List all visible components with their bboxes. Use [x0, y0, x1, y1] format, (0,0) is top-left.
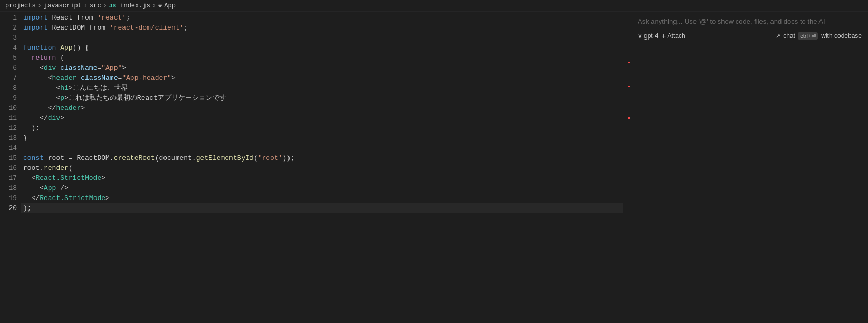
main-container: projects › javascript › src › JS index.j… [0, 0, 868, 323]
breadcrumb-indexjs[interactable]: JS index.js [109, 2, 150, 10]
code-line: ); [21, 123, 623, 133]
line-number: 15 [8, 153, 17, 163]
code-line: function App() { [21, 43, 623, 53]
line-number: 8 [8, 83, 17, 93]
code-line: <div className="App"> [21, 63, 623, 73]
code-lines[interactable]: import React from 'react';import ReactDO… [21, 12, 623, 323]
line-number: 18 [8, 183, 17, 193]
line-number: 1 [8, 13, 17, 23]
ai-codebase-label: with codebase [821, 32, 862, 40]
breadcrumb-src[interactable]: src [90, 2, 101, 10]
code-line: </header> [21, 103, 623, 113]
ai-kbd-shortcut: ctrl+⏎ [798, 32, 818, 40]
code-line: root.render( [21, 163, 623, 173]
minimap [623, 12, 631, 323]
code-line: const root = ReactDOM.createRoot(documen… [21, 153, 623, 163]
ai-model-selector[interactable]: ∨ gpt-4 [638, 32, 658, 40]
line-number: 7 [8, 73, 17, 83]
line-number: 9 [8, 93, 17, 103]
ai-attach-label: Attach [668, 32, 686, 40]
code-line: <h1>こんにちは、世界 [21, 83, 623, 93]
code-line: ); [21, 203, 623, 213]
ai-model-label: gpt-4 [644, 32, 658, 40]
breadcrumb-app[interactable]: App [164, 2, 176, 10]
code-line: <App /> [21, 183, 623, 193]
plus-icon: + [661, 32, 666, 40]
code-line: import ReactDOM from 'react-dom/client'; [21, 23, 623, 33]
line-number: 3 [8, 33, 17, 43]
ai-codebase-button[interactable]: with codebase [821, 32, 862, 40]
chevron-down-icon: ∨ [638, 32, 642, 40]
line-number: 14 [8, 143, 17, 153]
editor-panel: 1234567891011121314151617181920 import R… [0, 12, 631, 323]
breadcrumb-javascript[interactable]: javascript [44, 2, 82, 10]
line-number: 13 [8, 133, 17, 143]
breadcrumb: projects › javascript › src › JS index.j… [0, 0, 868, 12]
code-line: <React.StrictMode> [21, 173, 623, 183]
line-number: 19 [8, 193, 17, 203]
ai-chat-label: chat [783, 32, 795, 40]
code-line: <p>これは私たちの最初のReactアプリケーションです [21, 93, 623, 103]
code-line [21, 143, 623, 153]
content-area: 1234567891011121314151617181920 import R… [0, 12, 868, 323]
line-number: 10 [8, 103, 17, 113]
ai-chat-button[interactable]: ↗ chat ctrl+⏎ [776, 32, 818, 40]
code-line [21, 33, 623, 43]
ai-panel: Ask anything... Use '@' to show code, fi… [631, 12, 868, 323]
line-number: 2 [8, 23, 17, 33]
line-number: 11 [8, 113, 17, 123]
line-number: 20 [8, 203, 17, 213]
code-container: 1234567891011121314151617181920 import R… [0, 12, 631, 323]
line-number: 12 [8, 123, 17, 133]
ai-input-placeholder[interactable]: Ask anything... Use '@' to show code, fi… [638, 17, 862, 26]
code-line: </div> [21, 113, 623, 123]
scroll-marker-3 [628, 117, 630, 119]
code-line: return ( [21, 53, 623, 63]
breadcrumb-projects[interactable]: projects [5, 2, 36, 10]
code-line: <header className="App-header"> [21, 73, 623, 83]
line-number: 6 [8, 63, 17, 73]
line-number: 4 [8, 43, 17, 53]
code-line: </React.StrictMode> [21, 193, 623, 203]
scroll-marker-2 [628, 86, 630, 87]
line-number: 5 [8, 53, 17, 63]
scroll-marker-1 [628, 62, 630, 63]
ai-toolbar: ∨ gpt-4 + Attach ↗ chat ctrl+⏎ with code… [638, 32, 862, 40]
line-numbers: 1234567891011121314151617181920 [0, 12, 21, 323]
line-number: 17 [8, 173, 17, 183]
line-number: 16 [8, 163, 17, 173]
ai-attach-button[interactable]: + Attach [661, 32, 685, 40]
code-line: } [21, 133, 623, 143]
code-line: import React from 'react'; [21, 13, 623, 23]
